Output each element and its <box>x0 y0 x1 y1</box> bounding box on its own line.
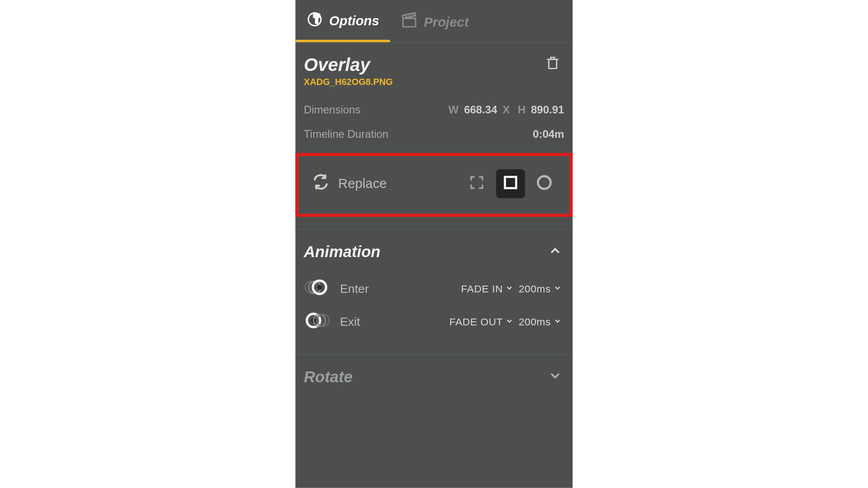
enter-duration-dropdown[interactable]: 200ms <box>519 283 561 295</box>
svg-rect-2 <box>505 177 516 188</box>
tab-label: Project <box>424 14 468 30</box>
square-mask-button[interactable] <box>496 169 525 198</box>
fit-screen-button[interactable] <box>462 169 491 198</box>
svg-point-3 <box>538 176 551 189</box>
trash-icon <box>545 62 561 72</box>
chevron-down-icon <box>505 283 514 295</box>
circle-icon <box>536 174 552 193</box>
duration-label: Timeline Duration <box>304 128 388 141</box>
svg-point-7 <box>317 285 322 290</box>
animation-title: Animation <box>304 243 380 261</box>
circle-mask-button[interactable] <box>530 169 559 198</box>
chevron-up-icon <box>548 243 561 261</box>
filename-label: XADG_H62OG8.PNG <box>295 76 572 98</box>
animation-enter-row: Enter FADE IN 200ms <box>295 272 572 305</box>
exit-label: Exit <box>340 315 360 329</box>
chevron-down-icon <box>553 283 562 295</box>
tab-label: Options <box>329 13 379 29</box>
replace-button[interactable]: Replace <box>311 173 387 195</box>
chevron-down-icon <box>505 316 514 328</box>
exit-animation-icon <box>304 311 330 333</box>
tab-options[interactable]: Options <box>295 0 390 42</box>
rotate-header[interactable]: Rotate <box>295 355 572 398</box>
clapperboard-icon <box>401 12 418 33</box>
animation-header[interactable]: Animation <box>295 230 572 272</box>
chevron-down-icon <box>553 316 562 328</box>
dimensions-row: Dimensions W 668.34 X H 890.91 <box>295 98 572 122</box>
square-icon <box>502 174 519 193</box>
wrench-icon <box>306 11 323 31</box>
replace-icon <box>311 173 330 195</box>
tab-project[interactable]: Project <box>390 0 480 42</box>
section-title: Overlay <box>304 55 370 75</box>
delete-button[interactable] <box>545 55 561 73</box>
exit-effect-dropdown[interactable]: FADE OUT <box>449 316 514 328</box>
tab-bar: Options Project <box>295 0 572 43</box>
replace-label: Replace <box>338 176 387 192</box>
enter-animation-icon <box>304 278 330 300</box>
expand-corners-icon <box>468 174 485 193</box>
dimensions-value: W 668.34 X H 890.91 <box>446 103 564 116</box>
enter-effect-dropdown[interactable]: FADE IN <box>461 283 514 295</box>
enter-label: Enter <box>340 282 369 296</box>
properties-panel: Options Project Overlay <box>295 0 572 488</box>
dimensions-label: Dimensions <box>304 103 360 116</box>
duration-value: 0:04m <box>533 128 564 141</box>
rotate-title: Rotate <box>304 368 353 386</box>
animation-exit-row: Exit FADE OUT 200ms <box>295 305 572 338</box>
svg-rect-1 <box>403 19 415 27</box>
duration-row: Timeline Duration 0:04m <box>295 122 572 147</box>
replace-highlight: Replace <box>295 153 572 217</box>
exit-duration-dropdown[interactable]: 200ms <box>519 316 561 328</box>
chevron-down-icon <box>548 368 561 386</box>
